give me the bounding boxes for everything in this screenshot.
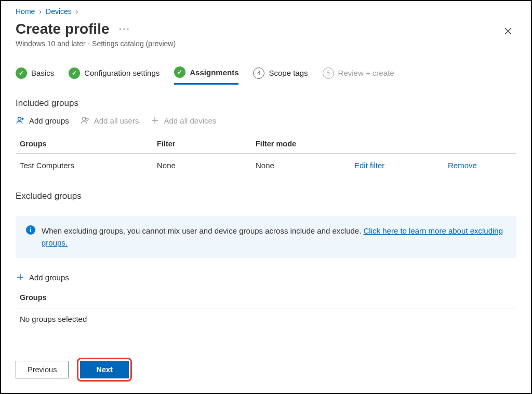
breadcrumb: Home › Devices › xyxy=(16,7,516,16)
table-row: Test Computers None None Edit filter Rem… xyxy=(16,154,516,178)
check-icon xyxy=(174,66,185,78)
edit-filter-link[interactable]: Edit filter xyxy=(350,154,444,178)
included-groups-heading: Included groups xyxy=(16,98,516,108)
included-actions: Add groups Add all users Add all devices xyxy=(16,116,516,125)
more-actions-icon[interactable]: ··· xyxy=(118,22,130,34)
cell-filter: None xyxy=(153,154,251,178)
divider xyxy=(16,333,516,333)
svg-point-2 xyxy=(86,118,88,121)
step-number-icon: 4 xyxy=(253,67,264,79)
info-text: When excluding groups, you cannot mix us… xyxy=(42,226,364,235)
check-icon xyxy=(16,67,27,79)
close-icon xyxy=(504,27,512,35)
page-title: Create profile xyxy=(16,21,110,37)
cell-filter-mode: None xyxy=(251,154,350,178)
info-banner: i When excluding groups, you cannot mix … xyxy=(16,216,516,258)
action-label: Add all users xyxy=(94,116,139,125)
action-label: Add all devices xyxy=(164,116,216,125)
chevron-right-icon: › xyxy=(76,7,78,16)
chevron-right-icon: › xyxy=(39,7,42,16)
add-excluded-groups-button[interactable]: Add groups xyxy=(16,273,516,282)
cell-group-name: Test Computers xyxy=(16,154,153,178)
page-subtitle: Windows 10 and later - Settings catalog … xyxy=(16,39,176,48)
plus-icon xyxy=(16,273,25,282)
excluded-groups-col: Groups xyxy=(16,290,516,305)
svg-point-1 xyxy=(82,117,85,120)
highlight-annotation: Next xyxy=(77,358,131,382)
step-basics[interactable]: Basics xyxy=(16,66,54,85)
plus-icon xyxy=(150,116,159,125)
breadcrumb-home[interactable]: Home xyxy=(16,7,35,16)
included-groups-table: Groups Filter Filter mode Test Computers… xyxy=(16,134,516,178)
action-label: Add groups xyxy=(29,273,69,282)
no-groups-label: No groups selected xyxy=(16,308,516,325)
breadcrumb-devices[interactable]: Devices xyxy=(46,7,72,16)
add-groups-button[interactable]: Add groups xyxy=(16,116,69,125)
info-icon: i xyxy=(26,225,35,235)
wizard-stepper: Basics Configuration settings Assignment… xyxy=(16,66,516,85)
step-configuration-settings[interactable]: Configuration settings xyxy=(69,66,159,85)
col-groups: Groups xyxy=(16,134,153,154)
step-scope-tags[interactable]: 4 Scope tags xyxy=(253,66,308,85)
check-icon xyxy=(69,67,80,79)
person-plus-icon xyxy=(16,116,25,125)
excluded-groups-heading: Excluded groups xyxy=(16,191,516,201)
col-filter: Filter xyxy=(153,134,251,154)
close-button[interactable] xyxy=(500,24,516,40)
previous-button[interactable]: Previous xyxy=(16,361,69,378)
col-filter-mode: Filter mode xyxy=(251,134,350,154)
svg-point-0 xyxy=(18,117,21,120)
add-all-users-button[interactable]: Add all users xyxy=(81,116,139,125)
next-button[interactable]: Next xyxy=(80,361,128,378)
step-review-create[interactable]: 5 Review + create xyxy=(323,66,394,85)
action-label: Add groups xyxy=(29,116,69,125)
remove-link[interactable]: Remove xyxy=(444,154,516,178)
step-number-icon: 5 xyxy=(323,67,334,79)
people-icon xyxy=(81,116,90,125)
add-all-devices-button[interactable]: Add all devices xyxy=(150,116,216,125)
wizard-footer: Previous Next xyxy=(1,348,531,393)
step-assignments[interactable]: Assignments xyxy=(174,66,238,85)
